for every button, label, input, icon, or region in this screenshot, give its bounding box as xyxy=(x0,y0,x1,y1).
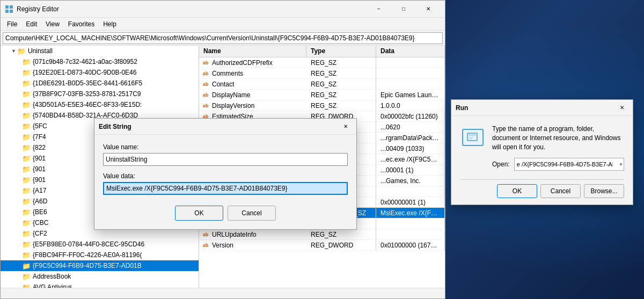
reg-data: 0x01000000 (16777216) xyxy=(376,240,445,250)
reg-data: Epic Games Launcher Prerequis xyxy=(376,90,445,100)
dialog-title: Edit String xyxy=(99,123,339,130)
close-button[interactable]: ✕ xyxy=(416,1,441,18)
edit-string-dialog: Edit String ✕ Value name: Value data: OK… xyxy=(94,118,357,230)
maximize-button[interactable]: □ xyxy=(391,1,416,18)
run-buttons: OK Cancel Browse... xyxy=(451,180,633,205)
reg-name: Comments xyxy=(212,70,243,77)
reg-sz-icon: ab xyxy=(201,91,210,99)
list-item[interactable]: 📁 {192E20E1-D873-40DC-9D0B-0E46 xyxy=(1,67,199,78)
app-icon xyxy=(5,5,13,13)
tree-item-label: {F8BC94FF-FF0C-4226-AE0A-81196( xyxy=(33,251,142,259)
menu-edit[interactable]: Edit xyxy=(21,19,41,29)
tree-item-label: {901 xyxy=(33,165,46,173)
table-row[interactable]: ab AuthorizedCDFPrefix REG_SZ xyxy=(199,57,445,68)
tree-item-label: {BE6 xyxy=(33,208,47,216)
reg-name: Version xyxy=(212,242,233,249)
reg-dword-icon: ab xyxy=(201,241,210,250)
reg-sz-icon: ab xyxy=(201,101,210,110)
run-icon-container xyxy=(460,125,486,150)
reg-type: REG_SZ xyxy=(306,68,376,78)
reg-name-cell: ab DisplayName xyxy=(199,90,306,100)
dialog-close-button[interactable]: ✕ xyxy=(339,120,352,133)
folder-icon: 📁 xyxy=(22,112,31,120)
svg-rect-2 xyxy=(5,10,9,13)
address-input[interactable] xyxy=(3,32,443,44)
tree-item-label: {CBC xyxy=(33,219,48,227)
svg-rect-0 xyxy=(5,5,9,9)
reg-name-cell: ab Version xyxy=(199,240,306,250)
run-dialog-title-bar: Run ✕ xyxy=(451,100,633,116)
list-item[interactable]: 📁 {1D8E6291-B0D5-35EC-8441-6616F5 xyxy=(1,78,199,89)
list-item[interactable]: 📁 {E5FB98E0-0784-44F0-8CEC-95CD46 xyxy=(1,239,199,250)
menu-view[interactable]: View xyxy=(41,19,64,29)
tree-item-uninstall[interactable]: ▼ 📁 Uninstall xyxy=(1,46,199,56)
table-row[interactable]: ab URLUpdateInfo REG_SZ xyxy=(199,229,445,240)
status-bar xyxy=(1,288,445,298)
folder-icon: 📁 xyxy=(22,273,31,281)
reg-type: REG_SZ xyxy=(306,57,376,68)
run-description: Type the name of a program, folder, docu… xyxy=(492,125,624,151)
run-body: Type the name of a program, folder, docu… xyxy=(451,116,633,179)
list-item[interactable]: 📁 {37B8F9C7-03FB-3253-8781-2517C9 xyxy=(1,89,199,99)
reg-name-cell: ab DisplayVersion xyxy=(199,100,306,111)
dropdown-arrow-icon[interactable]: ▼ xyxy=(619,162,623,167)
folder-icon: 📁 xyxy=(22,251,31,259)
reg-type: REG_SZ xyxy=(306,90,376,100)
menu-help[interactable]: Help xyxy=(99,19,121,29)
tree-item-label: {1D8E6291-B0D5-35EC-8441-6616F5 xyxy=(33,79,142,87)
tree-item-label: {E5FB98E0-0784-44F0-8CEC-95CD46 xyxy=(33,240,144,248)
reg-name-cell: ab AuthorizedCDFPrefix xyxy=(199,57,306,68)
list-item[interactable]: 📁 AddressBook xyxy=(1,271,199,282)
folder-icon: 📁 xyxy=(22,283,31,288)
list-item[interactable]: 📁 {CF2 xyxy=(1,228,199,239)
reg-name-cell: ab Comments xyxy=(199,68,306,78)
dialog-ok-button[interactable]: OK xyxy=(175,206,223,221)
run-text-area: Type the name of a program, folder, docu… xyxy=(492,125,624,171)
run-open-input[interactable] xyxy=(514,158,624,171)
menu-file[interactable]: File xyxy=(3,19,21,29)
tree-item-selected[interactable]: 📁 {F9C5C994-F6B9-4D75-B3E7-AD01B xyxy=(1,260,199,271)
svg-rect-6 xyxy=(469,137,473,138)
value-name-input[interactable] xyxy=(103,153,348,166)
value-data-label: Value data: xyxy=(103,172,348,180)
run-ok-button[interactable]: OK xyxy=(497,184,537,198)
svg-rect-1 xyxy=(10,5,13,9)
list-item[interactable]: 📁 {F8BC94FF-FF0C-4226-AE0A-81196( xyxy=(1,250,199,260)
folder-icon: 📁 xyxy=(22,144,31,152)
list-item[interactable]: 📁 {071c9b48-7c32-4621-a0ac-3f80952 xyxy=(1,56,199,67)
reg-data: ...00001 (1) xyxy=(376,165,445,175)
run-browse-button[interactable]: Browse... xyxy=(584,184,624,198)
run-cancel-button[interactable]: Cancel xyxy=(540,184,581,198)
table-row[interactable]: ab DisplayName REG_SZ Epic Games Launche… xyxy=(199,90,445,100)
value-data-input[interactable] xyxy=(103,182,348,195)
list-item[interactable]: 📁 AVG Antivirus xyxy=(1,282,199,288)
folder-icon: 📁 xyxy=(22,219,31,227)
run-dialog-close-button[interactable]: ✕ xyxy=(616,101,628,114)
tree-item-label: {7F4 xyxy=(33,133,46,141)
folder-icon: 📁 xyxy=(22,208,31,216)
reg-data xyxy=(376,186,445,196)
reg-sz-icon: ab xyxy=(201,69,210,78)
table-row[interactable]: ab Comments REG_SZ xyxy=(199,68,445,79)
list-item[interactable]: 📁 {43D501A5-E5E3-46EC-8F33-9E15D: xyxy=(1,99,199,110)
dialog-cancel-button[interactable]: Cancel xyxy=(228,206,276,221)
value-name-label: Value name: xyxy=(103,143,348,151)
table-row[interactable]: ab DisplayVersion REG_SZ 1.0.0.0 xyxy=(199,100,445,111)
reg-data: ...rgramData\Package Cach xyxy=(376,133,445,143)
table-row[interactable]: ab Contact REG_SZ xyxy=(199,79,445,90)
reg-data: MsiExec.exe /X{F9C5C994-F6B9 xyxy=(376,208,445,218)
folder-icon: 📁 xyxy=(22,187,31,195)
folder-icon: 📁 xyxy=(22,90,31,98)
folder-icon: 📁 xyxy=(22,58,31,66)
tree-item-label: {A17 xyxy=(33,187,46,194)
folder-icon: 📁 xyxy=(22,122,31,130)
reg-name: DisplayVersion xyxy=(212,102,254,110)
reg-type: REG_DWORD xyxy=(306,240,376,250)
table-row[interactable]: ab Version REG_DWORD 0x01000000 (1677721… xyxy=(199,240,445,251)
address-bar xyxy=(1,31,445,46)
folder-icon: 📁 xyxy=(22,69,31,77)
menu-favorites[interactable]: Favorites xyxy=(64,19,99,29)
tree-item-label: Uninstall xyxy=(28,47,53,55)
run-dialog-title: Run xyxy=(456,104,616,112)
minimize-button[interactable]: − xyxy=(367,1,391,18)
